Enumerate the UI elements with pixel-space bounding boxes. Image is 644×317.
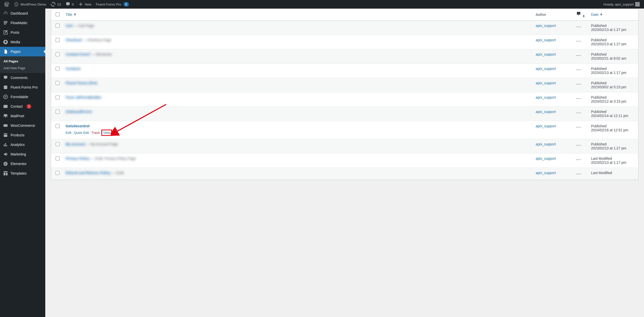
menu-analytics[interactable]: Analytics (0, 140, 45, 149)
menu-marketing-label: Marketing (11, 152, 26, 156)
comments-cell: — (573, 107, 588, 121)
date-status: Published (591, 81, 635, 85)
author-link[interactable]: apix_support (536, 110, 556, 114)
table-row: Checkout — Checkout Pageapix_support—Pub… (51, 35, 638, 49)
submenu-add-page[interactable]: Add New Page (0, 65, 45, 71)
comments-cell: — (573, 21, 588, 35)
author-link[interactable]: apix_support (536, 24, 556, 28)
elementor-icon (3, 161, 8, 166)
view-link[interactable]: View (103, 131, 110, 135)
comments-cell: — (573, 64, 588, 78)
fluent-forms-link[interactable]: Fluent Forms Pro 6 (94, 0, 131, 9)
author-link[interactable]: apix_support (536, 95, 556, 99)
megaphone-icon (3, 152, 8, 157)
row-checkbox[interactable] (56, 52, 60, 56)
row-checkbox[interactable] (56, 24, 60, 28)
author-link[interactable]: apix_support (536, 142, 556, 146)
menu-posts-label: Posts (11, 30, 19, 34)
author-link[interactable]: apix_support (536, 156, 556, 161)
comments-link[interactable]: 0 (63, 0, 76, 9)
row-checkbox[interactable] (56, 124, 60, 128)
submenu-all-pages[interactable]: All Pages (0, 58, 45, 65)
menu-pages[interactable]: Pages (0, 47, 45, 56)
column-title[interactable]: Title▲▼ (63, 9, 533, 21)
formidable-icon (3, 94, 8, 99)
author-link[interactable]: apix_support (536, 67, 556, 71)
edit-link[interactable]: Edit (66, 131, 71, 135)
row-checkbox[interactable] (56, 38, 60, 42)
page-title-link[interactable]: My account (66, 142, 85, 146)
column-comments[interactable]: ▲▼ (573, 9, 588, 21)
trash-link[interactable]: Trash (92, 131, 100, 135)
updates-link[interactable]: 13 (48, 0, 63, 9)
posts-icon (3, 30, 8, 35)
page-title-link[interactable]: Refund and Returns Policy (66, 171, 111, 175)
menu-mailpoet-label: MailPoet (11, 114, 24, 118)
menu-pages-label: Pages (11, 50, 21, 54)
page-title-link[interactable]: Fluent Forms (Pro) (66, 81, 97, 85)
table-row: GetboardFormsapix_support—Published2024/… (51, 107, 638, 121)
table-row: My account — My Account Pageapix_support… (51, 139, 638, 153)
row-checkbox[interactable] (56, 142, 60, 146)
menu-media[interactable]: Media (0, 37, 45, 47)
row-checkbox[interactable] (56, 171, 60, 175)
select-all-checkbox[interactable] (56, 12, 60, 16)
row-checkbox[interactable] (56, 81, 60, 85)
new-content-link[interactable]: New (76, 0, 94, 9)
menu-fluent[interactable]: Fluent Forms Pro (0, 83, 45, 92)
menu-formidable[interactable]: Formidable (0, 92, 45, 102)
menu-templates-label: Templates (11, 171, 27, 175)
date-status: Published (591, 95, 635, 99)
site-title: WordPress Demo (20, 3, 46, 6)
row-checkbox[interactable] (56, 67, 60, 71)
row-actions: Edit | Quick Edit | Trash | View (66, 130, 530, 136)
comments-cell: — (573, 78, 588, 92)
menu-fluent-label: Fluent Forms Pro (11, 85, 38, 89)
wp-logo[interactable] (2, 0, 12, 9)
menu-contact[interactable]: Contact 1 (0, 102, 45, 111)
menu-mailpoet[interactable]: MailPoet (0, 111, 45, 121)
column-author[interactable]: Author (533, 9, 573, 21)
menu-templates[interactable]: Templates (0, 169, 45, 178)
row-checkbox[interactable] (56, 95, 60, 99)
page-title-link[interactable]: Cart (66, 24, 73, 28)
menu-flowmattic[interactable]: FlowMattic (0, 18, 45, 28)
page-title-link[interactable]: Contacts (66, 67, 81, 71)
menu-comments[interactable]: Comments (0, 73, 45, 83)
author-link[interactable]: apix_support (536, 38, 556, 42)
menu-dashboard[interactable]: Dashboard (0, 9, 45, 18)
menu-elementor[interactable]: Elementor (0, 159, 45, 169)
author-link[interactable]: apix_support (536, 124, 556, 128)
menu-products[interactable]: Products (0, 130, 45, 140)
row-checkbox[interactable] (56, 110, 60, 114)
author-link[interactable]: apix_support (536, 81, 556, 85)
comments-cell: — (573, 92, 588, 107)
author-link[interactable]: apix_support (536, 52, 556, 56)
page-title-link[interactable]: GetboardForms (66, 110, 92, 114)
comments-cell: — (573, 49, 588, 64)
quick-edit-link[interactable]: Quick Edit (74, 131, 89, 135)
media-icon (3, 39, 8, 45)
page-title-link[interactable]: Getsitecontrol (66, 124, 90, 128)
column-date[interactable]: Date▲▼ (588, 9, 638, 21)
menu-posts[interactable]: Posts (0, 28, 45, 37)
date-meta: 2023/02/13 at 1:27 pm (591, 42, 635, 46)
menu-media-label: Media (11, 40, 20, 44)
page-title-extra: — Elementor (91, 52, 112, 56)
date-status: Published (591, 110, 635, 114)
page-title-extra: — Draft, Privacy Policy Page (90, 156, 136, 161)
menu-woocommerce[interactable]: WooCommerce (0, 121, 45, 130)
row-checkbox[interactable] (56, 156, 60, 161)
flowmattic-icon (3, 20, 8, 25)
author-link[interactable]: apix_support (536, 171, 556, 175)
menu-flowmattic-label: FlowMattic (11, 21, 27, 25)
page-title-link[interactable]: Contact Form7 (66, 52, 91, 56)
date-meta: 2023/02/21 at 8:02 am (591, 56, 635, 60)
page-title-link[interactable]: Privacy Policy (66, 156, 90, 161)
site-name-link[interactable]: WordPress Demo (12, 0, 48, 9)
my-account-link[interactable]: Howdy, apix_support (601, 0, 642, 9)
date-meta: 2023/02/13 at 1:17 pm (591, 71, 635, 75)
menu-marketing[interactable]: Marketing (0, 149, 45, 159)
page-title-link[interactable]: Form JetFormBuilder (66, 95, 101, 99)
page-title-link[interactable]: Checkout (66, 38, 82, 42)
